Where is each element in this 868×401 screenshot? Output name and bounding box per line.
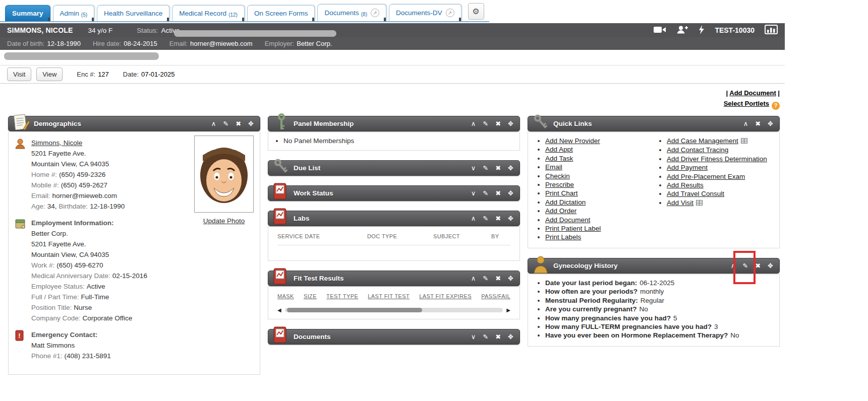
email-link[interactable]: Email bbox=[545, 163, 562, 171]
close-icon[interactable]: ✖ bbox=[495, 190, 501, 196]
edit-icon[interactable]: ✎ bbox=[483, 190, 488, 196]
tab-documents-dv[interactable]: Documents-DV↗ bbox=[389, 4, 461, 21]
collapse-icon[interactable]: ∧ bbox=[471, 275, 476, 282]
move-icon[interactable]: ✥ bbox=[508, 275, 513, 282]
collapse-icon[interactable]: ∧ bbox=[211, 120, 216, 127]
collapse-icon[interactable]: ∧ bbox=[731, 262, 736, 269]
checkin-link[interactable]: Checkin bbox=[545, 172, 570, 180]
select-portlets-link[interactable]: Select Portlets bbox=[724, 100, 769, 107]
edit-icon[interactable]: ✎ bbox=[483, 215, 488, 222]
add-payment-link[interactable]: Add Payment bbox=[667, 164, 708, 171]
close-icon[interactable]: ✖ bbox=[495, 120, 501, 127]
move-icon[interactable]: ✥ bbox=[248, 120, 254, 127]
fit-test-column-header[interactable]: LAST FIT TEST bbox=[368, 293, 410, 299]
scroll-left-icon[interactable]: ◀ bbox=[277, 307, 281, 313]
edit-icon[interactable]: ✎ bbox=[483, 120, 488, 127]
close-icon[interactable]: ✖ bbox=[755, 262, 761, 269]
tab-on-screen-forms[interactable]: On Screen Forms bbox=[247, 5, 315, 21]
gynecology-header[interactable]: Gynecology History ∧ ✎ ✖ ✥ bbox=[528, 258, 780, 274]
tab-documents[interactable]: Documents(8)↗ bbox=[317, 4, 386, 21]
add-visit-link[interactable]: Add Visit bbox=[667, 199, 693, 207]
move-icon[interactable]: ✥ bbox=[508, 120, 513, 127]
close-icon[interactable]: ✖ bbox=[495, 215, 501, 222]
lightning-icon[interactable] bbox=[699, 25, 705, 36]
work-status-header[interactable]: Work Status ∨ ✎ ✖ ✥ bbox=[268, 185, 520, 201]
add-results-link[interactable]: Add Results bbox=[667, 181, 704, 189]
add-case-management-link[interactable]: Add Case Management bbox=[667, 137, 738, 145]
labs-header[interactable]: Labs ∧ ✎ ✖ ✥ bbox=[268, 211, 520, 226]
horizontal-scrollbar[interactable] bbox=[4, 52, 159, 60]
collapse-icon[interactable]: ∧ bbox=[471, 215, 476, 222]
labs-column-header[interactable]: BY bbox=[491, 233, 510, 239]
add-contact-tracing-link[interactable]: Add Contact Tracing bbox=[667, 146, 728, 154]
close-icon[interactable]: ✖ bbox=[495, 333, 501, 340]
collapse-icon[interactable]: ∧ bbox=[471, 120, 476, 127]
external-link-icon[interactable]: ↗ bbox=[446, 9, 454, 17]
expand-icon[interactable]: ∨ bbox=[471, 190, 476, 196]
horizontal-scrollbar[interactable] bbox=[174, 30, 336, 37]
quick-links-header[interactable]: Quick Links ∧ ✖ ✥ bbox=[528, 116, 780, 131]
bar-chart-icon[interactable] bbox=[765, 25, 778, 36]
close-icon[interactable]: ✖ bbox=[236, 120, 241, 127]
add-appt-link[interactable]: Add Appt bbox=[545, 146, 573, 153]
move-icon[interactable]: ✥ bbox=[508, 165, 513, 171]
labs-column-header[interactable]: SUBJECT bbox=[433, 233, 491, 239]
documents-header[interactable]: Documents ∨ ✎ ✖ ✥ bbox=[268, 329, 520, 345]
tab-admin[interactable]: Admin(5) bbox=[53, 5, 95, 21]
edit-icon[interactable]: ✎ bbox=[483, 333, 488, 340]
move-icon[interactable]: ✥ bbox=[508, 190, 513, 196]
add-person-icon[interactable] bbox=[676, 25, 688, 35]
move-icon[interactable]: ✥ bbox=[768, 262, 773, 269]
add-document-link[interactable]: Add Document bbox=[545, 216, 590, 224]
labs-column-header[interactable]: SERVICE DATE bbox=[277, 233, 367, 239]
visit-button[interactable]: Visit bbox=[7, 68, 31, 81]
help-icon[interactable]: ? bbox=[772, 102, 780, 110]
fit-test-column-header[interactable]: LAST FIT EXPIRES bbox=[419, 293, 472, 299]
fit-test-column-header[interactable]: SIZE bbox=[304, 293, 317, 299]
edit-icon[interactable]: ✎ bbox=[742, 262, 748, 269]
print-chart-link[interactable]: Print Chart bbox=[545, 189, 578, 197]
close-icon[interactable]: ✖ bbox=[495, 275, 501, 282]
fit-test-header[interactable]: Fit Test Results ∧ ✎ ✖ ✥ bbox=[268, 271, 520, 286]
close-icon[interactable]: ✖ bbox=[495, 165, 501, 171]
video-camera-icon[interactable] bbox=[653, 26, 666, 35]
add-dictation-link[interactable]: Add Dictation bbox=[545, 198, 586, 206]
collapse-icon[interactable]: ∧ bbox=[743, 120, 748, 127]
tab-medical-record[interactable]: Medical Record(12) bbox=[172, 5, 245, 21]
view-button[interactable]: View bbox=[36, 68, 63, 81]
patient-name-link[interactable]: Simmons, Nicole bbox=[31, 139, 82, 147]
print-labels-link[interactable]: Print Labels bbox=[545, 233, 581, 241]
update-photo-link[interactable]: Update Photo bbox=[203, 216, 245, 226]
add-driver-fitness-link[interactable]: Add Driver Fitness Determination bbox=[667, 155, 767, 163]
settings-gear-button[interactable]: ⚙ bbox=[468, 3, 484, 20]
edit-icon[interactable]: ✎ bbox=[483, 275, 488, 282]
tab-health-surveillance[interactable]: Health Surveillance bbox=[97, 5, 169, 21]
demographics-header[interactable]: Demographics ∧ ✎ ✖ ✥ bbox=[8, 116, 260, 131]
print-patient-label-link[interactable]: Print Patient Label bbox=[545, 225, 601, 232]
expand-icon[interactable]: ∨ bbox=[471, 165, 476, 171]
add-pre-placement-exam-link[interactable]: Add Pre-Placement Exam bbox=[667, 173, 745, 180]
prescribe-link[interactable]: Prescribe bbox=[545, 181, 574, 188]
scrollbar-thumb[interactable] bbox=[287, 308, 422, 312]
edit-icon[interactable]: ✎ bbox=[483, 165, 488, 171]
scroll-right-icon[interactable]: ▶ bbox=[506, 307, 510, 313]
due-list-header[interactable]: Due List ∨ ✎ ✖ ✥ bbox=[268, 160, 520, 176]
labs-column-header[interactable]: DOC TYPE bbox=[367, 233, 433, 239]
add-document-link[interactable]: Add Document bbox=[729, 89, 776, 97]
panel-membership-header[interactable]: Panel Membership ∧ ✎ ✖ ✥ bbox=[268, 116, 520, 131]
fit-test-column-header[interactable]: PASS/FAIL bbox=[481, 293, 510, 299]
add-task-link[interactable]: Add Task bbox=[545, 155, 573, 162]
move-icon[interactable]: ✥ bbox=[508, 333, 513, 340]
fit-test-column-header[interactable]: TEST TYPE bbox=[326, 293, 358, 299]
add-travel-consult-link[interactable]: Add Travel Consult bbox=[667, 190, 724, 197]
close-icon[interactable]: ✖ bbox=[755, 120, 761, 127]
scrollbar-track[interactable] bbox=[285, 308, 503, 312]
external-link-icon[interactable]: ↗ bbox=[371, 9, 379, 17]
fit-test-column-header[interactable]: MASK bbox=[277, 293, 294, 299]
move-icon[interactable]: ✥ bbox=[508, 215, 513, 222]
expand-icon[interactable]: ∨ bbox=[471, 333, 476, 340]
edit-icon[interactable]: ✎ bbox=[223, 120, 228, 127]
add-new-provider-link[interactable]: Add New Provider bbox=[545, 137, 600, 145]
add-order-link[interactable]: Add Order bbox=[545, 207, 576, 215]
move-icon[interactable]: ✥ bbox=[768, 120, 773, 127]
